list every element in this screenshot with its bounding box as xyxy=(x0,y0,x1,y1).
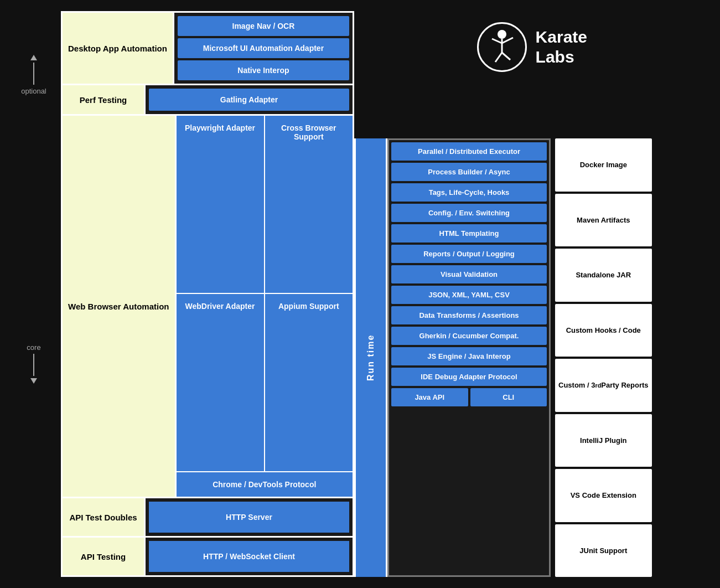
gatling-block: Gatling Adapter xyxy=(149,89,349,111)
html-templating-block: HTML Templating xyxy=(391,224,547,243)
middle-panel: Parallel / Distributed Executor Process … xyxy=(387,138,551,577)
gherkin-block: Gherkin / Cucumber Compat. xyxy=(391,327,547,345)
msui-block: Microsoft UI Automation Adapter xyxy=(178,38,349,58)
vscode-block: VS Code Extension xyxy=(555,469,652,522)
custom-reports-block: Custom / 3rd Party Reports xyxy=(555,359,652,412)
cli-block: CLI xyxy=(470,388,547,406)
appium-block: Appium Support xyxy=(265,294,353,471)
web-browser-row: Web Browser Automation Playwright Adapte… xyxy=(63,116,353,498)
js-engine-block: JS Engine / Java Interop xyxy=(391,347,547,365)
visual-validation-block: Visual Validation xyxy=(391,265,547,283)
data-transforms-block: Data Transforms / Assertions xyxy=(391,306,547,324)
perf-row: Perf Testing Gatling Adapter xyxy=(63,84,353,114)
tags-lifecycle-block: Tags, Life-Cycle, Hooks xyxy=(391,183,547,202)
far-right-panel: Docker Image Maven Artifacts Standalone … xyxy=(551,138,652,577)
logo-circle xyxy=(477,22,527,72)
svg-line-5 xyxy=(502,53,510,60)
api-testing-label: API Testing xyxy=(63,538,146,575)
svg-line-4 xyxy=(495,53,502,62)
cross-browser-block: Cross Browser Support xyxy=(265,116,353,294)
custom-hooks-block: Custom Hooks / Code xyxy=(555,304,652,357)
http-websocket-block: HTTP / WebSocket Client xyxy=(149,541,349,572)
junit-block: JUnit Support xyxy=(555,524,652,577)
webdriver-block: WebDriver Adapter xyxy=(177,294,264,471)
docker-block: Docker Image xyxy=(555,138,652,192)
arrow-line-core xyxy=(33,354,34,376)
logo-text: Karate Labs xyxy=(536,27,587,67)
optional-label: optional xyxy=(21,87,46,95)
intellij-block: IntelliJ Plugin xyxy=(555,414,652,467)
arrow-up-icon xyxy=(30,55,37,60)
standalone-jar-block: Standalone JAR xyxy=(555,249,652,302)
java-api-block: Java API xyxy=(391,388,468,406)
optional-section: Desktop App Automation Image Nav / OCR M… xyxy=(63,13,353,116)
runtime-col: Run time xyxy=(354,138,387,577)
bottom-two-blocks: Java API CLI xyxy=(391,388,547,406)
full-layout: optional core Desktop App Automation Ima… xyxy=(0,0,720,588)
reports-block: Reports / Output / Logging xyxy=(391,245,547,263)
optional-arrow-section: optional xyxy=(11,11,56,138)
api-testing-row: API Testing HTTP / WebSocket Client xyxy=(63,538,353,575)
perf-testing-label: Perf Testing xyxy=(63,85,146,114)
json-xml-block: JSON, XML, YAML, CSV xyxy=(391,286,547,304)
native-interop-block: Native Interop xyxy=(178,60,349,80)
parallel-block: Parallel / Distributed Executor xyxy=(391,142,547,161)
arrow-down-icon xyxy=(30,378,37,384)
config-env-block: Config. / Env. Switching xyxy=(391,204,547,222)
left-panel: Desktop App Automation Image Nav / OCR M… xyxy=(61,11,354,577)
core-arrow-section: core xyxy=(11,138,56,577)
web-browser-label: Web Browser Automation xyxy=(63,116,177,497)
svg-point-0 xyxy=(498,30,506,39)
api-doubles-row: API Test Doubles HTTP Server xyxy=(63,498,353,538)
svg-line-3 xyxy=(502,38,513,43)
core-label: core xyxy=(27,343,40,352)
devtools-block: Chrome / DevTools Protocol xyxy=(177,472,353,497)
core-section: Web Browser Automation Playwright Adapte… xyxy=(63,116,353,575)
svg-line-2 xyxy=(492,39,502,43)
api-doubles-label: API Test Doubles xyxy=(63,498,146,536)
arrow-line xyxy=(33,63,34,85)
http-server-block: HTTP Server xyxy=(149,502,349,533)
desktop-app-label: Desktop App Automation xyxy=(63,13,174,84)
logo-area: Karate Labs xyxy=(477,22,587,72)
playwright-block: Playwright Adapter xyxy=(177,116,264,294)
left-arrows-col: optional core xyxy=(11,11,61,577)
image-nav-block: Image Nav / OCR xyxy=(178,16,349,36)
maven-block: Maven Artifacts xyxy=(555,194,652,247)
process-builder-block: Process Builder / Async xyxy=(391,163,547,181)
ide-debug-block: IDE Debug Adapter Protocol xyxy=(391,368,547,386)
